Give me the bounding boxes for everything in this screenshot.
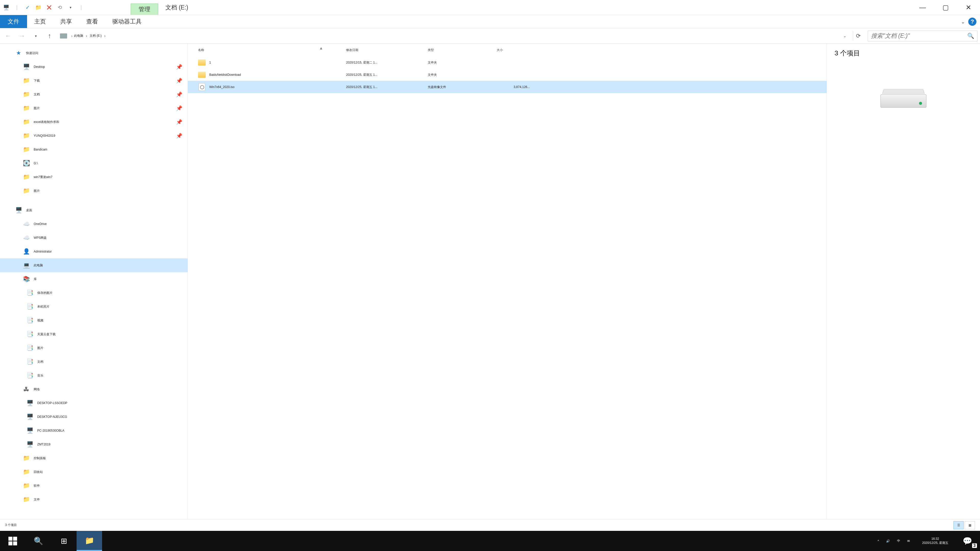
close-button[interactable]: ✕	[957, 0, 980, 15]
file-row[interactable]: BaiduNetdiskDownload 2020/12/25, 星期五 1..…	[188, 68, 827, 81]
tree-item[interactable]: 🖥️ DESKTOP-NJEU3CG	[0, 410, 188, 424]
qat-delete-icon[interactable]: ✕	[45, 3, 53, 11]
tree-item[interactable]: 🖥️ PC-20190530OBLA	[0, 424, 188, 437]
taskbar-taskview-button[interactable]: ⊞	[51, 531, 76, 551]
navigation-pane[interactable]: ★ 快速访问 🖥️ Desktop 📌 📁 下载 📌 📁 文档 📌 📁 图片 📌…	[0, 44, 188, 519]
breadcrumb-root-dropdown[interactable]: ›	[70, 34, 74, 38]
explorer-window: 🖥️ | ✓ 📁 ✕ ⟲ ▾ | 管理 文档 (E:) — ▢ ✕ 文件 主页 …	[0, 0, 980, 531]
tree-item[interactable]: 📁 下载 📌	[0, 74, 188, 87]
start-button[interactable]	[0, 531, 25, 551]
tree-desktop[interactable]: 🖥️ 桌面	[0, 203, 188, 217]
contextual-tab-manage[interactable]: 管理	[130, 3, 158, 15]
search-input[interactable]	[871, 32, 967, 39]
tree-item[interactable]: 📁 控制面板	[0, 451, 188, 465]
tray-chevron-icon[interactable]: ^	[878, 539, 879, 543]
file-name: Win7x64_2020.iso	[209, 85, 234, 89]
view-details-button[interactable]: ☰	[953, 521, 964, 529]
tray-volume-icon[interactable]: 🔊	[886, 539, 890, 543]
tree-item[interactable]: ☁️ OneDrive	[0, 217, 188, 231]
tree-item[interactable]: 🖥️ Desktop 📌	[0, 60, 188, 74]
folder-icon: 📁	[22, 496, 30, 503]
view-icons-button[interactable]: ▦	[965, 521, 975, 529]
ribbon-tab-drivetools[interactable]: 驱动器工具	[105, 15, 149, 28]
maximize-button[interactable]: ▢	[934, 0, 957, 15]
ribbon-tab-share[interactable]: 共享	[53, 15, 79, 28]
tree-item[interactable]: 📁 excel表格制作求和 📌	[0, 115, 188, 129]
ribbon-tab-home[interactable]: 主页	[27, 15, 53, 28]
tray-mail-icon[interactable]: ✉	[907, 539, 910, 543]
tray-ime-indicator[interactable]: 中	[897, 539, 900, 543]
tree-item[interactable]: ☁️ WPS网盘	[0, 231, 188, 245]
tree-item[interactable]: 💽 G:\	[0, 156, 188, 170]
tree-quick-access[interactable]: ★ 快速访问	[0, 46, 188, 60]
ribbon-tab-view[interactable]: 查看	[79, 15, 105, 28]
column-date[interactable]: 修改日期	[336, 48, 417, 52]
preview-item-count: 3 个项目	[835, 49, 972, 58]
taskbar-clock[interactable]: 16:32 2020/12/25, 星期五	[916, 537, 955, 545]
qat-properties-icon[interactable]: ✓	[24, 3, 32, 11]
notification-center-button[interactable]: 💬3	[955, 531, 980, 551]
ribbon-file-tab[interactable]: 文件	[0, 15, 27, 28]
ribbon-expand-icon[interactable]: ⌄	[961, 19, 965, 25]
tree-item[interactable]: 📁 图片	[0, 184, 188, 198]
folder-icon: 📁	[22, 77, 30, 84]
search-box[interactable]: 🔍	[868, 30, 977, 41]
nav-up-button[interactable]: ↑	[44, 30, 55, 41]
column-size[interactable]: 大小	[487, 48, 538, 52]
tree-item[interactable]: 📑 天翼云盘下载	[0, 327, 188, 341]
pc-icon: 💻	[22, 262, 30, 269]
refresh-button[interactable]: ⟳	[853, 31, 863, 41]
tree-item[interactable]: 📑 文档	[0, 355, 188, 368]
tree-item[interactable]: 📁 图片 📌	[0, 101, 188, 115]
tree-item[interactable]: 👤 Administrator	[0, 245, 188, 259]
column-type[interactable]: 类型	[417, 48, 487, 52]
qat-undo-icon[interactable]: ⟲	[56, 3, 64, 11]
taskbar-explorer-button[interactable]: 📁	[76, 531, 102, 551]
file-rows[interactable]: 1 2020/12/15, 星期二 1... 文件夹 BaiduNetdiskD…	[188, 56, 827, 519]
breadcrumb-sep2-icon[interactable]: ›	[104, 34, 105, 38]
pin-icon: 📌	[176, 119, 183, 125]
tree-item[interactable]: 📁 Bandicam	[0, 143, 188, 156]
breadcrumb-thispc[interactable]: 此电脑	[74, 34, 83, 38]
folder-icon: 📁	[22, 146, 30, 153]
svg-rect-0	[8, 537, 13, 541]
tree-item[interactable]: 📑 本机照片	[0, 300, 188, 313]
qat-newfolder-icon[interactable]: 📁	[34, 3, 42, 11]
tree-network[interactable]: 🖧 网络	[0, 383, 188, 396]
tree-item[interactable]: 📁 软件	[0, 479, 188, 492]
qat-dropdown-icon[interactable]: ▾	[66, 3, 75, 11]
nav-back-button[interactable]: ←	[3, 30, 14, 41]
column-name[interactable]: 名称▲	[188, 48, 336, 52]
tree-item[interactable]: 📑 保存的图片	[0, 286, 188, 300]
tree-item[interactable]: 📁 YUNQISHI2019 📌	[0, 129, 188, 143]
breadcrumb-sep-icon[interactable]: ›	[86, 34, 87, 38]
minimize-button[interactable]: —	[911, 0, 934, 15]
file-row[interactable]: 1 2020/12/15, 星期二 1... 文件夹	[188, 56, 827, 68]
tree-item[interactable]: 📚 库	[0, 272, 188, 286]
system-tray[interactable]: ^ 🔊 中 ✉	[872, 539, 916, 543]
breadcrumb-dropdown-icon[interactable]: ⌄	[842, 34, 848, 38]
qat-separator2: |	[77, 3, 85, 11]
file-list-pane: 名称▲ 修改日期 类型 大小 1 2020/12/15, 星期二 1... 文件…	[188, 44, 827, 519]
breadcrumb-drive[interactable]: 文档 (E:)	[89, 34, 102, 38]
nav-forward-button[interactable]: →	[16, 30, 27, 41]
file-row[interactable]: Win7x64_2020.iso 2020/12/25, 星期五 1... 光盘…	[188, 81, 827, 93]
svg-rect-2	[8, 541, 13, 545]
tree-item[interactable]: 📑 音乐	[0, 368, 188, 383]
tree-item[interactable]: 📁 文档 📌	[0, 87, 188, 101]
tree-item[interactable]: 📁 文件	[0, 492, 188, 507]
help-icon[interactable]: ?	[968, 17, 977, 26]
tree-item[interactable]: 📁 win7重装win7	[0, 170, 188, 184]
status-text: 3 个项目	[5, 523, 17, 527]
tree-item[interactable]: 📑 图片	[0, 341, 188, 355]
qat-separator: |	[13, 3, 21, 11]
tree-item[interactable]: 🖥️ ZMT2019	[0, 437, 188, 451]
tree-item[interactable]: 📑 视频	[0, 313, 188, 327]
tree-item[interactable]: 💻 此电脑	[0, 259, 188, 272]
tree-item[interactable]: 🖥️ DESKTOP-LSSOEDP	[0, 396, 188, 410]
search-icon[interactable]: 🔍	[967, 33, 974, 39]
nav-history-dropdown[interactable]: ▾	[30, 30, 41, 41]
breadcrumb[interactable]: › 此电脑 › 文档 (E:) › ⌄	[58, 30, 850, 41]
taskbar-search-button[interactable]: 🔍	[25, 531, 51, 551]
tree-item[interactable]: 📁 回收站	[0, 465, 188, 479]
